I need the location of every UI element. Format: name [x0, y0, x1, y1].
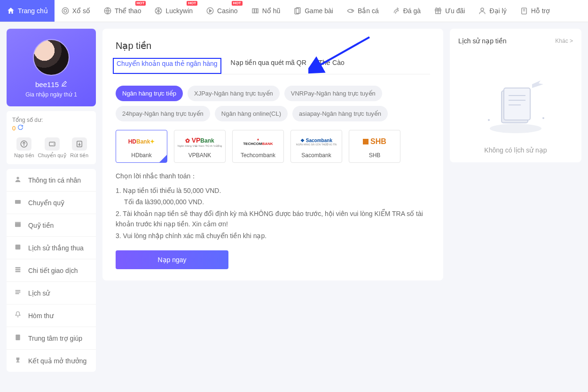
edit-icon[interactable] [61, 80, 67, 88]
topnav-item-11[interactable]: Hỗ trợ [513, 0, 557, 22]
topnav-label: Luckywin [165, 7, 193, 15]
menu-item-4[interactable]: Chi tiết giao dịch [7, 259, 96, 282]
menu-item-2[interactable]: Quỹ tiền [7, 214, 96, 237]
svg-rect-27 [16, 269, 21, 271]
wallet-action-2[interactable]: Rút tiền [70, 137, 88, 159]
bank-card-scb[interactable]: ❖ SacombankNGÂN HÀNG SÀI GÒN THƯƠNG TÍNS… [290, 130, 342, 163]
wallet-actions: Nạp tiềnChuyển quỹRút tiền [12, 137, 90, 159]
wallet-icon [72, 137, 87, 151]
topnav-item-1[interactable]: Xổ số [55, 0, 97, 22]
method-chip-5[interactable]: asiapay-Ngân hàng trực tuyến [292, 106, 388, 121]
menu-icon [14, 221, 23, 230]
method-chip-2[interactable]: VNRPay-Ngân hàng trực tuyến [284, 86, 382, 101]
balance-card: Tổng số dư: 0 Nạp tiềnChuyển quỹRút tiền [7, 111, 96, 164]
topnav-item-5[interactable]: Nổ hũ [244, 0, 287, 22]
menu-label: Chuyển quỹ [28, 199, 64, 207]
topnav-item-8[interactable]: Đá gà [385, 0, 427, 22]
wallet-action-1[interactable]: Chuyển quỹ [38, 137, 66, 159]
deposit-button[interactable]: Nạp ngay [116, 250, 228, 269]
menu-icon [14, 288, 23, 297]
topnav-item-10[interactable]: Đại lý [471, 0, 513, 22]
slot-icon [251, 7, 259, 15]
topnav-item-4[interactable]: CasinoHOT [199, 0, 244, 22]
sidebar-menu: Thông tin cá nhânChuyển quỹQuỹ tiềnLịch … [7, 169, 96, 372]
notice-title: Chọn lời nhắc thanh toán： [116, 172, 430, 181]
topnav-label: Hỗ trợ [531, 7, 550, 15]
svg-rect-29 [16, 290, 21, 291]
menu-icon [14, 176, 23, 184]
svg-rect-24 [17, 247, 18, 249]
balance-value: 0 [12, 125, 16, 132]
top-nav: Trang chủXổ sốThể thaoHOTLuckywinHOTCasi… [0, 0, 588, 22]
topnav-item-0[interactable]: Trang chủ [0, 0, 55, 22]
method-chip-3[interactable]: 24hpay-Ngân hàng trực tuyến [116, 106, 210, 121]
deposit-tab-1[interactable]: Nạp tiền qua quét mã QR [231, 59, 306, 74]
bank-card-vp[interactable]: ✿ VPBankNgân Hàng Việt Nam Thịnh VượngVP… [174, 130, 226, 163]
bank-list: HDBank✦HDbank✿ VPBankNgân Hàng Việt Nam … [116, 130, 430, 163]
menu-item-0[interactable]: Thông tin cá nhân [7, 169, 96, 192]
svg-rect-6 [254, 9, 256, 13]
bank-card-shb[interactable]: SHBSHB [349, 130, 400, 163]
topnav-label: Xổ số [72, 7, 90, 15]
notice-row: 1. Nạp tiền tối thiểu là 50,000 VND. [116, 185, 430, 196]
menu-item-5[interactable]: Lịch sử [7, 282, 96, 304]
menu-label: Kết quả mở thưởng [28, 357, 86, 365]
bank-logo-icon: HDBank✦ [118, 135, 165, 148]
topnav-label: Nổ hũ [262, 7, 281, 15]
svg-rect-20 [15, 223, 21, 227]
method-chip-4[interactable]: Ngân hàng online(CL) [215, 106, 288, 121]
topnav-item-3[interactable]: LuckywinHOT [148, 0, 199, 22]
notice-row: 2. Tài khoản nạp tiền sẽ thay đổi định k… [116, 208, 430, 230]
menu-item-8[interactable]: Kết quả mở thưởng [7, 350, 96, 372]
method-chip-1[interactable]: XJPay-Ngân hàng trực tuyến [188, 86, 280, 101]
svg-rect-32 [16, 335, 20, 340]
user-icon [478, 7, 486, 15]
menu-item-3[interactable]: Lịch sử thắng thua [7, 237, 96, 259]
bank-card-tcb[interactable]: ♦TECHCOMBANKTechcombank [232, 130, 284, 163]
deposit-tabs: Chuyển khoản qua thẻ ngân hàngNạp tiền q… [116, 59, 430, 74]
empty-state: Không có lịch sử nạp [458, 73, 573, 154]
bank-name: Techcombank [235, 152, 282, 159]
svg-rect-23 [16, 246, 17, 249]
menu-item-7[interactable]: Trung tâm trợ giúp [7, 327, 96, 350]
history-title: Lịch sử nạp tiền [458, 37, 507, 45]
history-more[interactable]: Khác > [555, 38, 573, 44]
topnav-item-7[interactable]: Bắn cá [340, 0, 385, 22]
menu-label: Trung tâm trợ giúp [28, 335, 82, 342]
topnav-item-2[interactable]: Thể thaoHOT [97, 0, 148, 22]
notice-list: 1. Nạp tiền tối thiểu là 50,000 VND.Tối … [116, 185, 430, 241]
topnav-label: Casino [217, 7, 238, 15]
topnav-item-6[interactable]: Game bài [287, 0, 340, 22]
menu-label: Lịch sử thắng thua [28, 244, 84, 252]
bank-logo-icon: ♦TECHCOMBANK [235, 135, 282, 148]
notice-row: Tối đa là390,000,000 VND. [116, 197, 430, 207]
deposit-tab-2[interactable]: Thẻ Cào [319, 59, 345, 74]
menu-item-6[interactable]: Hòm thư [7, 304, 96, 327]
topnav-label: Ưu đãi [445, 7, 465, 15]
svg-point-1 [64, 9, 67, 12]
topnav-label: Trang chủ [18, 7, 48, 15]
menu-icon [14, 243, 23, 252]
wallet-action-0[interactable]: Nạp tiền [14, 137, 34, 159]
wallet-action-label: Rút tiền [70, 152, 88, 159]
menu-label: Chi tiết giao dịch [28, 267, 78, 274]
card-icon [293, 7, 302, 15]
refresh-icon[interactable] [17, 124, 24, 132]
balance-label: Tổng số dư: [12, 117, 90, 123]
page-title: Nạp tiền [116, 40, 430, 51]
bank-card-hd[interactable]: HDBank✦HDbank [116, 130, 167, 163]
topnav-label: Đại lý [489, 7, 506, 15]
play-icon [206, 7, 214, 15]
rooster-icon [392, 7, 400, 15]
avatar[interactable] [33, 39, 70, 76]
svg-rect-26 [16, 267, 21, 269]
wallet-action-label: Chuyển quỹ [38, 152, 66, 159]
topnav-label: Game bài [305, 7, 333, 15]
empty-illustration-icon [476, 73, 556, 139]
history-panel: Lịch sử nạp tiền Khác > Không có lịch sử… [450, 29, 581, 162]
deposit-tab-0[interactable]: Chuyển khoản qua thẻ ngân hàng [113, 58, 221, 74]
svg-rect-30 [16, 292, 21, 293]
method-chip-0[interactable]: Ngân hàng trực tiếp [116, 86, 183, 101]
menu-item-1[interactable]: Chuyển quỹ [7, 192, 96, 214]
topnav-item-9[interactable]: Ưu đãi [427, 0, 471, 22]
